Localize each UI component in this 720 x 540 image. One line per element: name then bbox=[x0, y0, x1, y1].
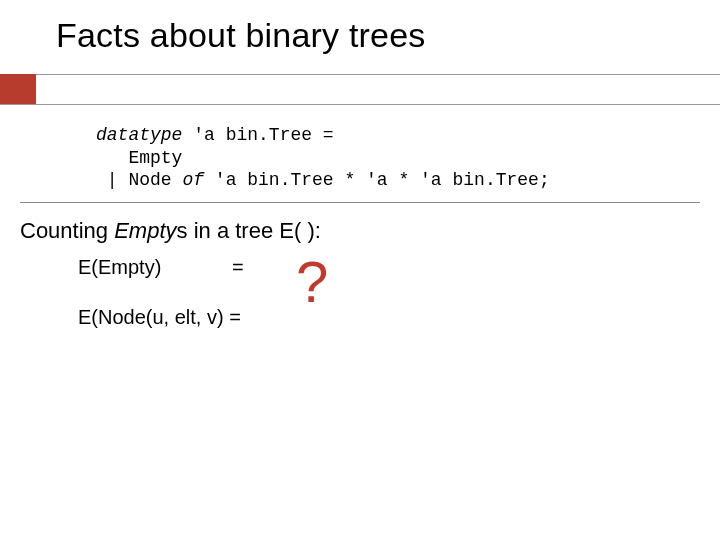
equation-1-lhs: E(Empty) bbox=[78, 256, 161, 279]
datatype-code: datatype 'a bin.Tree = Empty | Node of '… bbox=[96, 124, 550, 192]
divider-top bbox=[0, 74, 720, 75]
equation-1-equals: = bbox=[232, 256, 244, 279]
equation-2: E(Node(u, elt, v) = bbox=[78, 306, 241, 329]
slide: Facts about binary trees datatype 'a bin… bbox=[0, 0, 720, 540]
question-mark: ? bbox=[296, 248, 328, 315]
counting-rest: in a tree E( ): bbox=[188, 218, 321, 243]
keyword-datatype: datatype bbox=[96, 125, 182, 145]
counting-line: Counting Emptys in a tree E( ): bbox=[20, 218, 321, 244]
code-line2: Empty bbox=[96, 148, 182, 168]
code-line1-rest: 'a bin.Tree = bbox=[182, 125, 333, 145]
code-line3-rest: 'a bin.Tree * 'a * 'a bin.Tree; bbox=[204, 170, 550, 190]
slide-title: Facts about binary trees bbox=[56, 16, 426, 55]
counting-prefix: Counting bbox=[20, 218, 114, 243]
horizontal-rule bbox=[20, 202, 700, 203]
counting-empty: Empty bbox=[114, 218, 176, 243]
keyword-of: of bbox=[182, 170, 204, 190]
counting-s: s bbox=[177, 218, 188, 243]
accent-block bbox=[0, 74, 36, 104]
divider-bottom bbox=[0, 104, 720, 105]
code-line3-pipe: | Node bbox=[96, 170, 182, 190]
